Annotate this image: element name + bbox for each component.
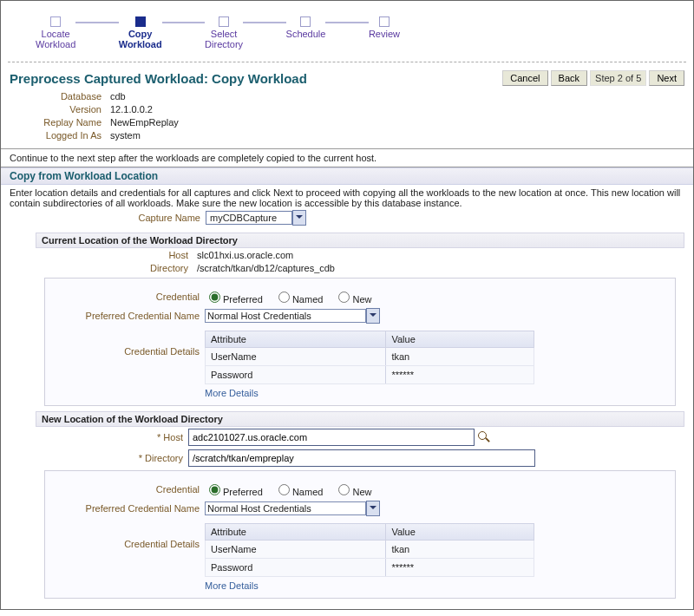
- meta-label-replay: Replay Name: [11, 117, 105, 128]
- more-details-link[interactable]: More Details: [205, 580, 259, 591]
- radio-named[interactable]: Named: [274, 487, 323, 497]
- radio-named[interactable]: Named: [274, 294, 323, 305]
- table-row: UserNametkan: [206, 541, 534, 559]
- current-dir-label: Directory: [63, 263, 192, 274]
- new-host-label: * Host: [62, 432, 188, 442]
- meta-label-version: Version: [11, 104, 105, 115]
- current-host-label: Host: [63, 250, 192, 261]
- meta-label-db: Database: [11, 91, 105, 102]
- wizard-label: Review: [369, 29, 400, 39]
- current-dir-value: /scratch/tkan/db12/captures_cdb: [193, 263, 338, 274]
- th-attribute: Attribute: [206, 524, 386, 541]
- instruction-text: Continue to the next step after the work…: [1, 148, 693, 167]
- radio-new[interactable]: New: [334, 294, 371, 305]
- chevron-down-icon[interactable]: [292, 210, 306, 226]
- th-value: Value: [386, 524, 534, 541]
- section-copy-desc: Enter location details and credentials f…: [10, 187, 684, 208]
- table-row: UserNametkan: [206, 348, 534, 366]
- wizard-line: [325, 22, 369, 23]
- credential-radio-group: Preferred Named New: [205, 289, 380, 305]
- wizard-node-review: [379, 16, 390, 27]
- current-host-value: slc01hxi.us.oracle.com: [193, 250, 338, 261]
- pref-cred-name-label: Preferred Credential Name: [52, 311, 205, 321]
- radio-new[interactable]: New: [334, 487, 371, 497]
- th-value: Value: [386, 331, 534, 348]
- pref-cred-name-select[interactable]: Normal Host Credentials: [205, 309, 366, 323]
- current-location-table: Host slc01hxi.us.oracle.com Directory /s…: [62, 248, 340, 276]
- chevron-down-icon[interactable]: [366, 501, 380, 516]
- step-indicator: Step 2 of 5: [590, 70, 646, 86]
- chevron-down-icon[interactable]: [366, 308, 380, 324]
- wizard-label: Schedule: [286, 29, 326, 39]
- subsection-new-title: New Location of the Workload Directory: [36, 411, 684, 427]
- wizard-line: [75, 22, 118, 23]
- wizard-line: [243, 22, 285, 23]
- capture-name-select[interactable]: myCDBCapture: [206, 211, 292, 225]
- credential-box-current: Credential Preferred Named New Preferred…: [44, 278, 676, 406]
- back-button[interactable]: Back: [551, 70, 587, 86]
- credential-details-table: Attribute Value UserNametkan Password***…: [205, 331, 534, 384]
- credential-radio-group: Preferred Named New: [205, 482, 380, 497]
- meta-value-version: 12.1.0.0.2: [107, 104, 182, 115]
- capture-name-label: Capture Name: [62, 213, 206, 223]
- wizard-label[interactable]: Locate Workload: [36, 29, 75, 49]
- wizard-label: Select Directory: [205, 29, 243, 49]
- new-dir-label: * Directory: [62, 453, 188, 463]
- credential-label: Credential: [52, 484, 205, 495]
- wizard-node-selectdir: [219, 16, 229, 27]
- th-attribute: Attribute: [206, 331, 386, 348]
- meta-value-replay: NewEmpReplay: [107, 117, 182, 128]
- credential-label: Credential: [52, 292, 205, 302]
- meta-label-login: Logged In As: [11, 130, 105, 141]
- page-actions: Cancel Back Step 2 of 5 Next: [502, 70, 684, 86]
- wizard-train: Locate Workload Copy Workload Select Dir…: [1, 1, 693, 58]
- meta-value-db: cdb: [107, 91, 182, 102]
- section-copy-title: Copy from Workload Location: [1, 167, 693, 185]
- pref-cred-name-select[interactable]: Normal Host Credentials: [205, 501, 366, 515]
- new-dir-input[interactable]: [188, 449, 535, 467]
- pref-cred-name-label: Preferred Credential Name: [52, 503, 205, 514]
- meta-value-login: system: [107, 130, 182, 141]
- wizard-label: Copy Workload: [119, 29, 162, 49]
- cred-details-label: Credential Details: [52, 327, 205, 357]
- wizard-line: [162, 22, 205, 23]
- credential-box-new: Credential Preferred Named New Preferred…: [44, 470, 676, 599]
- search-icon[interactable]: [478, 431, 490, 443]
- table-row: Password******: [206, 366, 534, 384]
- radio-preferred[interactable]: Preferred: [205, 294, 263, 305]
- wizard-node-schedule: [300, 16, 311, 27]
- table-row: Password******: [206, 559, 534, 577]
- credential-details-table: Attribute Value UserNametkan Password***…: [205, 523, 534, 577]
- wizard-node-copy[interactable]: [135, 16, 146, 27]
- next-button[interactable]: Next: [649, 70, 684, 86]
- subsection-current-title: Current Location of the Workload Directo…: [36, 233, 684, 248]
- header-metadata: Database cdb Version 12.1.0.0.2 Replay N…: [10, 89, 184, 143]
- radio-preferred[interactable]: Preferred: [205, 487, 263, 497]
- wizard-node-locate[interactable]: [50, 16, 61, 27]
- more-details-link[interactable]: More Details: [205, 388, 259, 398]
- cred-details-label: Credential Details: [52, 520, 205, 549]
- cancel-button[interactable]: Cancel: [502, 70, 547, 86]
- new-host-input[interactable]: [188, 429, 475, 446]
